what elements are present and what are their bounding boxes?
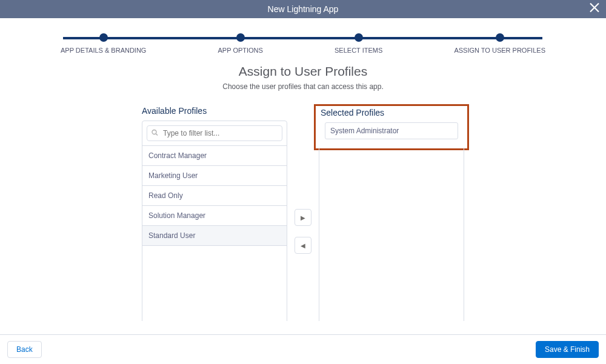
search-wrap (142, 121, 287, 146)
footer: Back Save & Finish (0, 334, 606, 364)
highlight-box: Selected Profiles System Administrator (314, 104, 469, 150)
selected-panel: Selected Profiles System Administrator (319, 106, 464, 321)
progress-label: SELECT ITEMS (335, 47, 382, 54)
dual-listbox: Available Profiles Contract Manager Mark… (18, 106, 588, 321)
progress-dot-icon (99, 33, 108, 42)
progress-dot-icon (236, 33, 245, 42)
progress-step[interactable]: SELECT ITEMS (335, 33, 382, 54)
selected-listbox (319, 148, 464, 321)
available-title: Available Profiles (142, 106, 287, 116)
progress-indicator: APP DETAILS & BRANDING APP OPTIONS SELEC… (0, 18, 606, 54)
progress-label: APP OPTIONS (218, 47, 263, 54)
list-item[interactable]: Standard User (142, 226, 287, 246)
available-panel: Available Profiles Contract Manager Mark… (142, 106, 287, 321)
search-icon (152, 130, 158, 137)
progress-step[interactable]: APP DETAILS & BRANDING (61, 33, 146, 54)
back-button[interactable]: Back (7, 341, 42, 358)
filter-input[interactable] (147, 125, 282, 141)
progress-label: APP DETAILS & BRANDING (61, 47, 146, 54)
chevron-left-icon: ◀ (301, 242, 305, 249)
chevron-right-icon: ▶ (301, 214, 305, 221)
modal-title: New Lightning App (268, 4, 339, 14)
remove-button[interactable]: ◀ (295, 237, 311, 254)
progress-label: ASSIGN TO USER PROFILES (454, 47, 545, 54)
step-subtitle: Choose the user profiles that can access… (18, 82, 588, 91)
progress-step[interactable]: ASSIGN TO USER PROFILES (454, 33, 545, 54)
progress-step[interactable]: APP OPTIONS (218, 33, 263, 54)
transfer-buttons: ▶ ◀ (295, 106, 311, 254)
list-item[interactable]: Contract Manager (142, 146, 287, 166)
svg-point-2 (152, 130, 156, 134)
available-listbox: Contract Manager Marketing User Read Onl… (142, 121, 287, 321)
list-item[interactable]: Marketing User (142, 166, 287, 186)
save-finish-button[interactable]: Save & Finish (536, 341, 599, 358)
list-item[interactable]: Read Only (142, 186, 287, 206)
modal-header: New Lightning App (0, 0, 606, 18)
svg-line-3 (156, 134, 158, 136)
close-icon[interactable] (589, 2, 600, 16)
content-area: Assign to User Profiles Choose the user … (0, 54, 606, 321)
selected-title: Selected Profiles (321, 108, 462, 117)
add-button[interactable]: ▶ (295, 209, 311, 226)
step-title: Assign to User Profiles (18, 64, 588, 79)
list-item[interactable]: Solution Manager (142, 206, 287, 226)
progress-dot-icon (496, 33, 504, 42)
list-item[interactable]: System Administrator (325, 122, 458, 139)
progress-dot-icon (355, 33, 363, 42)
